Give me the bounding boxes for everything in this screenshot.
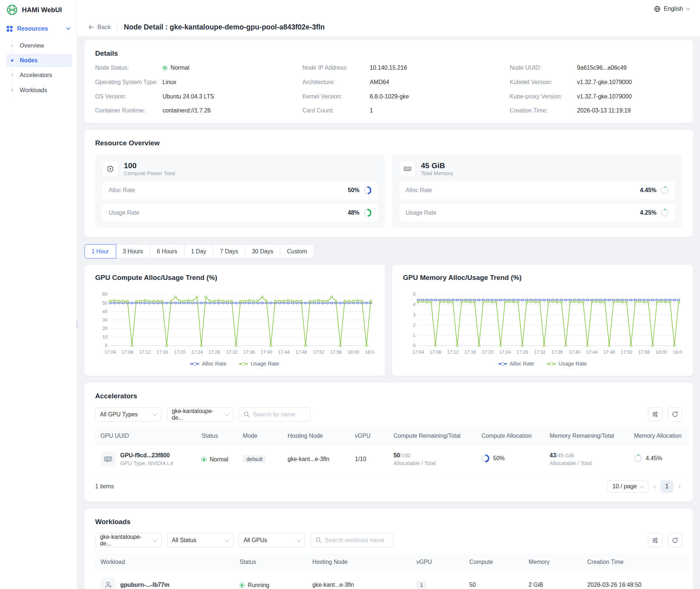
svg-text:1: 1 <box>413 333 415 338</box>
svg-text:17:12: 17:12 <box>139 350 150 355</box>
field-os-type: Operating System Type:Linux <box>95 79 297 86</box>
svg-text:17:16: 17:16 <box>464 350 476 355</box>
tab-30-days[interactable]: 30 Days <box>245 244 280 259</box>
tab-6-hours[interactable]: 6 Hours <box>150 244 184 259</box>
compute-caption: Compute Power Total <box>124 170 175 176</box>
accelerator-search-input[interactable] <box>253 411 305 418</box>
sidebar-section-resources[interactable]: Resources <box>0 20 77 38</box>
table-row[interactable]: gpuburn-...-lb77m Running gke-kant...e-3… <box>95 570 688 589</box>
table-row[interactable]: GPU-f9cd...23f800 GPU Type: NVIDIA L4 No… <box>95 444 688 474</box>
svg-text:17:40: 17:40 <box>261 350 272 355</box>
workload-gpu-select[interactable]: All GPUs <box>239 533 305 547</box>
prev-page-button[interactable]: ‹ <box>652 482 657 490</box>
tab-1-hour[interactable]: 1 Hour <box>84 244 116 259</box>
memory-total-label: /45 GiB <box>556 453 574 458</box>
chevron-down-icon <box>225 412 229 416</box>
accelerator-search[interactable] <box>239 407 311 422</box>
chevron-down-icon <box>153 412 157 416</box>
svg-text:0: 0 <box>105 343 107 348</box>
refresh-button[interactable] <box>668 533 682 547</box>
compute-trend-title: GPU Compute Alloc/Usage Trend (%) <box>95 274 374 282</box>
gpu-type-select[interactable]: All GPU Types <box>95 407 162 422</box>
tab-custom[interactable]: Custom <box>280 244 314 259</box>
svg-text:17:48: 17:48 <box>603 350 615 355</box>
legend-alloc-rate[interactable]: Alloc Rate <box>190 361 226 367</box>
tab-7-days[interactable]: 7 Days <box>213 244 245 259</box>
accelerators-filter-row: All GPU Types gke-kantaloupe-de... <box>95 407 682 422</box>
workload-icon <box>101 577 116 589</box>
sidebar-item-label: Overview <box>20 42 44 49</box>
workload-status-select[interactable]: All Status <box>167 533 233 547</box>
svg-text:3: 3 <box>413 312 415 318</box>
hami-logo-icon <box>6 4 18 16</box>
pagination: 10 / page ‹ 1 › <box>607 480 682 493</box>
memory-caption: Total Memory <box>421 170 453 176</box>
back-button[interactable]: Back <box>88 24 111 31</box>
svg-text:17:32: 17:32 <box>534 350 545 355</box>
svg-text:17:12: 17:12 <box>447 350 458 355</box>
details-title: Details <box>95 49 682 58</box>
compute-usage-rate-value: 48% <box>348 209 360 216</box>
main-area: English Back Node Detail : gke-kantaloup… <box>77 0 700 589</box>
language-selector[interactable]: English <box>654 6 690 12</box>
resource-overview-card: Resource Overview 100 <box>84 130 693 237</box>
sidebar-item-workloads[interactable]: Workloads <box>6 83 72 97</box>
page-header: Back Node Detail : gke-kantaloupe-demo-g… <box>77 18 700 37</box>
field-node-ip: Node IP Address:10.140.15.216 <box>302 65 505 71</box>
time-range-tabs: 1 Hour 3 Hours 6 Hours 1 Day 7 Days 30 D… <box>84 244 314 259</box>
chart-legend: Alloc Rate Usage Rate <box>403 361 682 367</box>
sidebar-item-accelerators[interactable]: Accelerators <box>6 69 72 82</box>
sidebar-subnav: Overview Nodes Accelerators Workloads <box>0 39 77 102</box>
svg-text:17:04: 17:04 <box>104 350 116 355</box>
bullet-icon <box>11 89 13 91</box>
legend-usage-rate[interactable]: Usage Rate <box>547 361 587 367</box>
svg-text:17:08: 17:08 <box>430 350 441 355</box>
workload-search[interactable] <box>311 533 394 547</box>
workloads-title: Workloads <box>95 518 682 526</box>
legend-alloc-rate[interactable]: Alloc Rate <box>498 361 534 367</box>
svg-text:17:40: 17:40 <box>569 350 580 355</box>
svg-text:18:04: 18:04 <box>673 350 682 355</box>
page-1-button[interactable]: 1 <box>661 480 673 493</box>
svg-text:17:20: 17:20 <box>174 350 185 355</box>
column-settings-button[interactable] <box>648 407 662 422</box>
memory-alloc-rate-value: 4.45% <box>640 187 656 194</box>
gpu-uuid: GPU-f9cd...23f800 <box>120 452 173 459</box>
language-label: English <box>664 6 683 12</box>
node-select[interactable]: gke-kantaloupe-de... <box>167 407 233 422</box>
compute-trend-chart: 010203040506017:0417:0817:1217:1617:2017… <box>95 290 374 357</box>
accelerators-footer: 1 items 10 / page ‹ 1 › <box>95 474 682 493</box>
page-size-select[interactable]: 10 / page <box>607 480 648 493</box>
sidebar-item-overview[interactable]: Overview <box>6 39 72 53</box>
tab-1-day[interactable]: 1 Day <box>184 244 214 259</box>
donut-gauge-icon <box>634 454 642 462</box>
compute-chip-icon <box>102 161 118 177</box>
compute-usage-rate-row: Usage Rate 48% <box>102 204 378 222</box>
legend-marker-icon <box>190 361 199 366</box>
svg-text:17:16: 17:16 <box>156 350 168 355</box>
workloads-filter-row: gke-kantaloupe-de... All Status All GPUs <box>95 533 682 547</box>
svg-text:40: 40 <box>102 309 107 314</box>
vgpu-tag: 1 <box>416 581 427 589</box>
status-badge: Running <box>240 582 270 589</box>
sidebar-collapse-handle[interactable] <box>76 321 78 328</box>
workload-node-select[interactable]: gke-kantaloupe-de... <box>95 533 162 547</box>
field-kernel-version: Kernel Version:6.8.0-1029-gke <box>302 93 505 100</box>
gpu-type-label: GPU Type: NVIDIA L4 <box>120 460 173 466</box>
app-root: HAMi WebUI Resources <box>0 0 700 589</box>
vgpu-cell: 1/10 <box>350 444 388 474</box>
tab-3-hours[interactable]: 3 Hours <box>115 244 150 259</box>
workload-search-input[interactable] <box>325 537 385 544</box>
table-header-row: Workload Status Hosting Node vGPU Comput… <box>95 554 688 570</box>
workloads-card: Workloads gke-kantaloupe-de... All Statu… <box>84 509 693 589</box>
svg-text:17:28: 17:28 <box>209 350 220 355</box>
column-settings-button[interactable] <box>648 533 662 547</box>
next-page-button[interactable]: › <box>677 482 682 490</box>
svg-text:17:36: 17:36 <box>551 350 562 355</box>
search-icon <box>315 537 322 543</box>
legend-usage-rate[interactable]: Usage Rate <box>239 361 279 367</box>
back-arrow-icon <box>88 24 94 30</box>
sidebar-item-nodes[interactable]: Nodes <box>6 54 72 67</box>
refresh-button[interactable] <box>668 407 682 422</box>
svg-text:0: 0 <box>413 343 415 348</box>
